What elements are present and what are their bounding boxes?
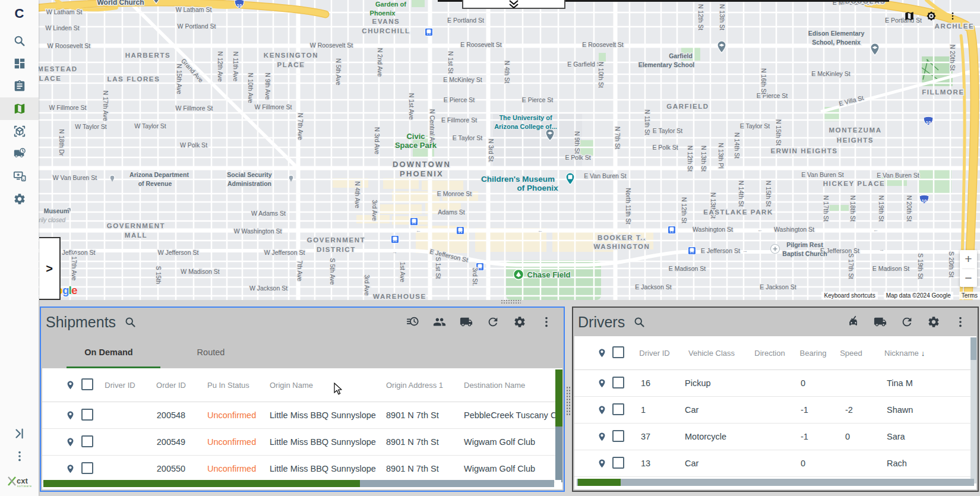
keyboard-shortcuts-link[interactable]: Keyboard shortcuts — [821, 292, 877, 299]
location-pin-icon[interactable] — [591, 431, 612, 443]
row-checkbox[interactable] — [81, 435, 100, 449]
sidebar-item-orders[interactable] — [0, 75, 39, 97]
col-origin-address-1[interactable]: Origin Address 1 — [382, 381, 459, 390]
app-logo: C — [15, 6, 24, 21]
map-settings-icon[interactable] — [925, 10, 937, 22]
sidebar-item-fleet[interactable] — [0, 143, 39, 165]
collapse-panel-button[interactable] — [462, 0, 565, 9]
zoom-out-button[interactable]: − — [960, 269, 977, 288]
svg-text:cxt: cxt — [17, 476, 28, 485]
col-speed[interactable]: Speed — [832, 349, 870, 358]
transit-station-icon[interactable] — [688, 247, 696, 255]
col-pu-in-status[interactable]: Pu In Status — [203, 381, 265, 390]
map-label: 3rd St. — [472, 268, 479, 286]
map-label: N 1st St — [447, 51, 454, 73]
row-checkbox[interactable] — [612, 377, 631, 390]
location-pin-icon[interactable] — [59, 436, 81, 448]
terms-link[interactable]: Terms — [959, 292, 980, 299]
map-canvas[interactable]: ←←←← →→→ 101010 W Latham StW Latham StW … — [0, 0, 980, 300]
transit-station-icon[interactable] — [391, 236, 399, 244]
col-origin-name[interactable]: Origin Name — [265, 381, 382, 390]
more-vert-icon[interactable] — [954, 315, 967, 328]
location-pin-icon[interactable] — [59, 409, 81, 422]
shipment-row[interactable]: 200550 Unconfirmed Little Miss BBQ Sunny… — [42, 456, 562, 482]
map-type-icon[interactable] — [904, 11, 915, 21]
refresh-icon[interactable] — [486, 315, 500, 328]
map-label: WAREHOUSE — [373, 293, 426, 300]
location-pin-icon[interactable] — [591, 457, 612, 470]
settings-icon[interactable] — [513, 315, 526, 328]
sidebar-more-icon[interactable] — [0, 445, 39, 467]
map-label: HARBERTS — [125, 52, 171, 59]
map-label: arily closed — [36, 217, 65, 223]
horizontal-scrollbar[interactable] — [577, 479, 974, 486]
settings-icon[interactable] — [927, 315, 940, 328]
map-label: W Portland St — [178, 23, 216, 30]
vehicle-check-icon[interactable] — [847, 315, 860, 328]
horizontal-scrollbar[interactable] — [43, 480, 554, 487]
sidebar-item-dashboard[interactable] — [0, 52, 39, 75]
shipment-row[interactable]: 200548 Unconfirmed Little Miss BBQ Sunny… — [42, 402, 562, 429]
zoom-in-button[interactable]: + — [960, 250, 977, 268]
map-resize-handle[interactable] — [501, 299, 521, 304]
location-pin-icon[interactable] — [59, 463, 81, 475]
row-checkbox[interactable] — [612, 430, 631, 444]
col-destination-name[interactable]: Destination Name — [459, 381, 562, 390]
tab-routed[interactable]: Routed — [160, 336, 262, 368]
map-label: E McKinley St — [811, 70, 850, 77]
driver-row[interactable]: 37 Motorcycle -1 0 Sara — [574, 424, 976, 450]
driver-row[interactable]: 16 Pickup 0 Tina M — [574, 370, 976, 397]
circle-cross-map-pin[interactable] — [771, 245, 780, 254]
transit-station-icon[interactable] — [425, 29, 433, 36]
truck-icon[interactable] — [874, 315, 887, 328]
search-icon[interactable] — [633, 316, 646, 328]
row-checkbox[interactable] — [612, 403, 631, 417]
park-pin-map-pin[interactable] — [514, 270, 524, 280]
sidebar-item-map[interactable] — [0, 97, 39, 120]
location-pin-icon[interactable] — [591, 377, 612, 390]
transit-station-icon[interactable] — [668, 226, 676, 234]
tab-on-demand[interactable]: On Demand — [58, 336, 160, 368]
assign-driver-icon[interactable] — [433, 315, 446, 328]
search-icon[interactable] — [124, 316, 137, 328]
location-pin-icon[interactable] — [59, 379, 81, 391]
location-pin-icon[interactable] — [591, 347, 612, 359]
driver-row[interactable]: 13 Car 0 Rach — [574, 450, 976, 477]
vertical-scrollbar[interactable] — [970, 337, 976, 484]
sidebar-item-dispatch-board[interactable] — [0, 165, 39, 188]
col-driver-id[interactable]: Driver ID — [100, 381, 140, 390]
shipment-row[interactable]: 200549 Unconfirmed Little Miss BBQ Sunny… — [42, 429, 562, 456]
col-vehicle-class[interactable]: Vehicle Class — [678, 349, 745, 358]
vertical-scrollbar[interactable] — [555, 369, 562, 482]
select-all-checkbox[interactable] — [81, 378, 100, 392]
transit-station-icon[interactable] — [457, 227, 464, 235]
col-driver-id[interactable]: Driver ID — [631, 349, 678, 358]
expand-panel-button[interactable]: > — [39, 237, 61, 300]
map-label: N 12th St — [687, 146, 694, 172]
transit-station-icon[interactable] — [410, 218, 418, 226]
driver-row[interactable]: 1 Car -1 -2 Shawn — [574, 397, 976, 424]
collapse-sidebar-button[interactable] — [0, 422, 39, 445]
col-order-id[interactable]: Order ID — [140, 381, 203, 390]
row-checkbox[interactable] — [81, 462, 100, 476]
col-bearing[interactable]: Bearing — [794, 349, 832, 358]
panel-splitter[interactable] — [565, 307, 572, 492]
row-checkbox[interactable] — [81, 409, 100, 422]
refresh-icon[interactable] — [900, 315, 913, 328]
google-logo-letter: e — [71, 284, 77, 296]
truck-icon[interactable] — [460, 315, 473, 328]
select-all-checkbox[interactable] — [612, 346, 631, 360]
history-filter-icon[interactable] — [406, 315, 419, 328]
google-logo-letter: g — [62, 284, 69, 296]
col-direction[interactable]: Direction — [745, 349, 794, 358]
location-pin-icon[interactable] — [591, 404, 612, 416]
shipments-header-row: Driver ID Order ID Pu In Status Origin N… — [42, 368, 562, 402]
sidebar-item-3d-view[interactable] — [0, 120, 39, 143]
col-nickname[interactable]: Nickname↓ — [870, 349, 976, 358]
more-vert-icon[interactable] — [540, 315, 553, 328]
sidebar-item-search[interactable] — [0, 30, 39, 52]
map-label: N 16th St — [760, 68, 767, 94]
row-checkbox[interactable] — [612, 457, 631, 470]
sidebar-item-settings[interactable] — [0, 188, 39, 210]
more-options-icon[interactable] — [948, 8, 957, 24]
